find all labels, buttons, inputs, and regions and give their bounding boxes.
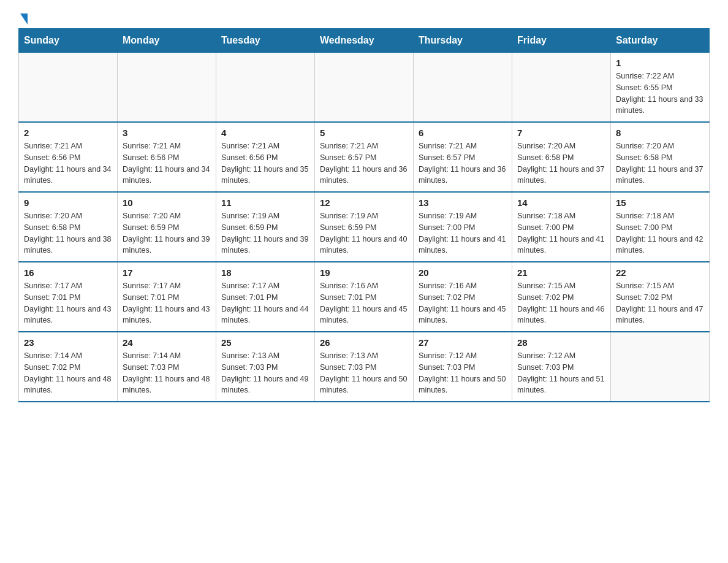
- calendar-week-row: 23Sunrise: 7:14 AM Sunset: 7:02 PM Dayli…: [19, 332, 710, 402]
- calendar-cell: 28Sunrise: 7:12 AM Sunset: 7:03 PM Dayli…: [512, 332, 611, 402]
- day-info: Sunrise: 7:15 AM Sunset: 7:02 PM Dayligh…: [616, 280, 704, 326]
- page-header: [18, 12, 710, 22]
- logo: [18, 12, 28, 22]
- day-number: 14: [517, 197, 605, 208]
- day-number: 19: [320, 267, 408, 278]
- day-info: Sunrise: 7:12 AM Sunset: 7:03 PM Dayligh…: [517, 350, 605, 396]
- calendar-cell: 8Sunrise: 7:20 AM Sunset: 6:58 PM Daylig…: [611, 122, 710, 192]
- day-info: Sunrise: 7:22 AM Sunset: 6:55 PM Dayligh…: [616, 71, 704, 117]
- weekday-header-saturday: Saturday: [611, 29, 710, 53]
- calendar-cell: 11Sunrise: 7:19 AM Sunset: 6:59 PM Dayli…: [216, 192, 315, 262]
- calendar-cell: 27Sunrise: 7:12 AM Sunset: 7:03 PM Dayli…: [414, 332, 512, 402]
- calendar-cell: 23Sunrise: 7:14 AM Sunset: 7:02 PM Dayli…: [19, 332, 118, 402]
- day-number: 7: [517, 128, 605, 138]
- day-info: Sunrise: 7:20 AM Sunset: 6:58 PM Dayligh…: [517, 140, 605, 186]
- day-info: Sunrise: 7:20 AM Sunset: 6:59 PM Dayligh…: [123, 210, 211, 256]
- calendar-cell: [315, 53, 414, 123]
- calendar-week-row: 16Sunrise: 7:17 AM Sunset: 7:01 PM Dayli…: [19, 262, 710, 332]
- day-info: Sunrise: 7:17 AM Sunset: 7:01 PM Dayligh…: [221, 280, 309, 326]
- calendar-cell: 7Sunrise: 7:20 AM Sunset: 6:58 PM Daylig…: [512, 122, 611, 192]
- day-number: 12: [320, 197, 408, 208]
- day-number: 5: [320, 128, 408, 138]
- day-info: Sunrise: 7:16 AM Sunset: 7:02 PM Dayligh…: [419, 280, 507, 326]
- day-number: 2: [24, 128, 112, 138]
- day-number: 3: [123, 128, 211, 138]
- calendar-week-row: 1Sunrise: 7:22 AM Sunset: 6:55 PM Daylig…: [19, 53, 710, 123]
- day-number: 18: [221, 267, 309, 278]
- calendar-cell: 5Sunrise: 7:21 AM Sunset: 6:57 PM Daylig…: [315, 122, 414, 192]
- calendar-cell: 12Sunrise: 7:19 AM Sunset: 6:59 PM Dayli…: [315, 192, 414, 262]
- calendar-cell: 26Sunrise: 7:13 AM Sunset: 7:03 PM Dayli…: [315, 332, 414, 402]
- calendar-cell: 4Sunrise: 7:21 AM Sunset: 6:56 PM Daylig…: [216, 122, 315, 192]
- weekday-header-friday: Friday: [512, 29, 611, 53]
- calendar-cell: 20Sunrise: 7:16 AM Sunset: 7:02 PM Dayli…: [414, 262, 512, 332]
- day-number: 17: [123, 267, 211, 278]
- day-info: Sunrise: 7:18 AM Sunset: 7:00 PM Dayligh…: [616, 210, 704, 256]
- calendar-cell: 21Sunrise: 7:15 AM Sunset: 7:02 PM Dayli…: [512, 262, 611, 332]
- calendar-week-row: 9Sunrise: 7:20 AM Sunset: 6:58 PM Daylig…: [19, 192, 710, 262]
- day-info: Sunrise: 7:21 AM Sunset: 6:56 PM Dayligh…: [123, 140, 211, 186]
- day-number: 26: [320, 337, 408, 348]
- day-number: 24: [123, 337, 211, 348]
- weekday-header-tuesday: Tuesday: [216, 29, 315, 53]
- day-number: 4: [221, 128, 309, 138]
- calendar-cell: 16Sunrise: 7:17 AM Sunset: 7:01 PM Dayli…: [19, 262, 118, 332]
- day-info: Sunrise: 7:16 AM Sunset: 7:01 PM Dayligh…: [320, 280, 408, 326]
- day-number: 9: [24, 197, 112, 208]
- calendar-cell: 17Sunrise: 7:17 AM Sunset: 7:01 PM Dayli…: [118, 262, 216, 332]
- day-number: 28: [517, 337, 605, 348]
- weekday-header-row: SundayMondayTuesdayWednesdayThursdayFrid…: [19, 29, 710, 53]
- day-number: 20: [419, 267, 507, 278]
- day-number: 1: [616, 58, 704, 68]
- calendar-cell: 3Sunrise: 7:21 AM Sunset: 6:56 PM Daylig…: [118, 122, 216, 192]
- weekday-header-wednesday: Wednesday: [315, 29, 414, 53]
- weekday-header-sunday: Sunday: [19, 29, 118, 53]
- day-info: Sunrise: 7:15 AM Sunset: 7:02 PM Dayligh…: [517, 280, 605, 326]
- day-number: 27: [419, 337, 507, 348]
- day-number: 21: [517, 267, 605, 278]
- day-info: Sunrise: 7:21 AM Sunset: 6:57 PM Dayligh…: [320, 140, 408, 186]
- day-number: 16: [24, 267, 112, 278]
- calendar-week-row: 2Sunrise: 7:21 AM Sunset: 6:56 PM Daylig…: [19, 122, 710, 192]
- day-number: 10: [123, 197, 211, 208]
- day-info: Sunrise: 7:12 AM Sunset: 7:03 PM Dayligh…: [419, 350, 507, 396]
- calendar-cell: 24Sunrise: 7:14 AM Sunset: 7:03 PM Dayli…: [118, 332, 216, 402]
- calendar-cell: 18Sunrise: 7:17 AM Sunset: 7:01 PM Dayli…: [216, 262, 315, 332]
- calendar-cell: 22Sunrise: 7:15 AM Sunset: 7:02 PM Dayli…: [611, 262, 710, 332]
- calendar-cell: [512, 53, 611, 123]
- logo-triangle-icon: [20, 13, 28, 25]
- day-info: Sunrise: 7:13 AM Sunset: 7:03 PM Dayligh…: [320, 350, 408, 396]
- day-number: 15: [616, 197, 704, 208]
- day-info: Sunrise: 7:19 AM Sunset: 6:59 PM Dayligh…: [320, 210, 408, 256]
- day-info: Sunrise: 7:21 AM Sunset: 6:56 PM Dayligh…: [221, 140, 309, 186]
- calendar-cell: 19Sunrise: 7:16 AM Sunset: 7:01 PM Dayli…: [315, 262, 414, 332]
- day-info: Sunrise: 7:14 AM Sunset: 7:03 PM Dayligh…: [123, 350, 211, 396]
- calendar-cell: [414, 53, 512, 123]
- day-number: 6: [419, 128, 507, 138]
- calendar-cell: 2Sunrise: 7:21 AM Sunset: 6:56 PM Daylig…: [19, 122, 118, 192]
- day-info: Sunrise: 7:17 AM Sunset: 7:01 PM Dayligh…: [123, 280, 211, 326]
- day-info: Sunrise: 7:19 AM Sunset: 7:00 PM Dayligh…: [419, 210, 507, 256]
- calendar-cell: 9Sunrise: 7:20 AM Sunset: 6:58 PM Daylig…: [19, 192, 118, 262]
- calendar-cell: [611, 332, 710, 402]
- day-info: Sunrise: 7:21 AM Sunset: 6:56 PM Dayligh…: [24, 140, 112, 186]
- day-info: Sunrise: 7:20 AM Sunset: 6:58 PM Dayligh…: [616, 140, 704, 186]
- calendar-cell: 15Sunrise: 7:18 AM Sunset: 7:00 PM Dayli…: [611, 192, 710, 262]
- day-info: Sunrise: 7:20 AM Sunset: 6:58 PM Dayligh…: [24, 210, 112, 256]
- day-number: 22: [616, 267, 704, 278]
- calendar-cell: [216, 53, 315, 123]
- day-info: Sunrise: 7:17 AM Sunset: 7:01 PM Dayligh…: [24, 280, 112, 326]
- day-number: 23: [24, 337, 112, 348]
- day-info: Sunrise: 7:14 AM Sunset: 7:02 PM Dayligh…: [24, 350, 112, 396]
- day-number: 25: [221, 337, 309, 348]
- calendar-cell: 1Sunrise: 7:22 AM Sunset: 6:55 PM Daylig…: [611, 53, 710, 123]
- calendar-cell: 25Sunrise: 7:13 AM Sunset: 7:03 PM Dayli…: [216, 332, 315, 402]
- calendar-cell: 10Sunrise: 7:20 AM Sunset: 6:59 PM Dayli…: [118, 192, 216, 262]
- weekday-header-monday: Monday: [118, 29, 216, 53]
- day-info: Sunrise: 7:18 AM Sunset: 7:00 PM Dayligh…: [517, 210, 605, 256]
- day-info: Sunrise: 7:13 AM Sunset: 7:03 PM Dayligh…: [221, 350, 309, 396]
- day-info: Sunrise: 7:21 AM Sunset: 6:57 PM Dayligh…: [419, 140, 507, 186]
- weekday-header-thursday: Thursday: [414, 29, 512, 53]
- day-number: 11: [221, 197, 309, 208]
- calendar-cell: 13Sunrise: 7:19 AM Sunset: 7:00 PM Dayli…: [414, 192, 512, 262]
